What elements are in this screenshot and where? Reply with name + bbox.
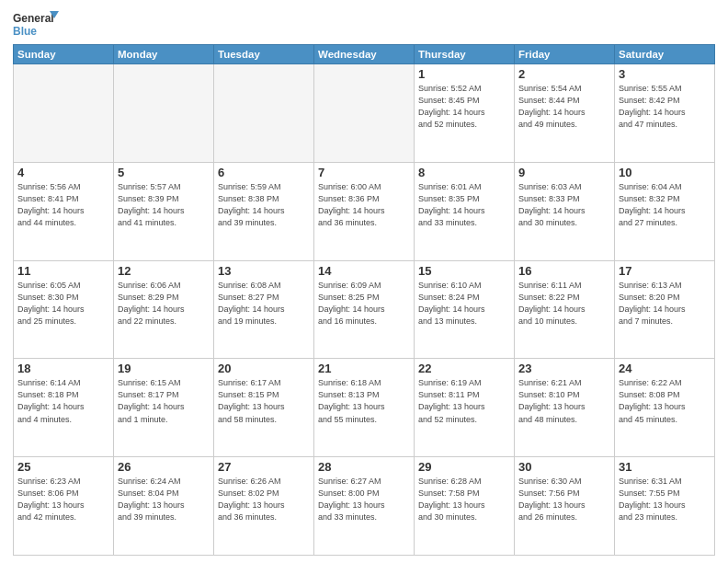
day-cell: 21Sunrise: 6:18 AM Sunset: 8:13 PM Dayli… — [314, 359, 415, 457]
day-number: 15 — [418, 264, 510, 278]
day-number: 12 — [118, 264, 210, 278]
day-info: Sunrise: 6:05 AM Sunset: 8:30 PM Dayligh… — [17, 280, 109, 327]
day-info: Sunrise: 6:09 AM Sunset: 8:25 PM Dayligh… — [318, 280, 410, 327]
day-info: Sunrise: 6:28 AM Sunset: 7:58 PM Dayligh… — [418, 476, 510, 523]
day-number: 6 — [218, 166, 310, 179]
day-number: 3 — [619, 67, 711, 81]
day-info: Sunrise: 6:30 AM Sunset: 7:56 PM Dayligh… — [518, 476, 610, 523]
col-header-monday: Monday — [114, 45, 214, 64]
col-header-tuesday: Tuesday — [214, 45, 314, 64]
day-number: 5 — [118, 166, 210, 179]
col-header-thursday: Thursday — [415, 45, 515, 64]
header: GeneralBlue — [13, 9, 715, 39]
day-cell: 15Sunrise: 6:10 AM Sunset: 8:24 PM Dayli… — [415, 260, 515, 359]
day-info: Sunrise: 6:23 AM Sunset: 8:06 PM Dayligh… — [17, 476, 109, 523]
day-cell: 8Sunrise: 6:01 AM Sunset: 8:35 PM Daylig… — [415, 162, 515, 260]
day-number: 10 — [619, 166, 711, 179]
day-number: 28 — [318, 460, 410, 474]
day-number: 20 — [218, 362, 310, 375]
day-cell: 23Sunrise: 6:21 AM Sunset: 8:10 PM Dayli… — [515, 359, 615, 457]
col-header-wednesday: Wednesday — [314, 45, 415, 64]
day-cell: 28Sunrise: 6:27 AM Sunset: 8:00 PM Dayli… — [314, 457, 415, 556]
day-cell: 22Sunrise: 6:19 AM Sunset: 8:11 PM Dayli… — [415, 359, 515, 457]
day-number: 9 — [518, 166, 610, 179]
day-number: 18 — [17, 362, 109, 375]
day-cell: 18Sunrise: 6:14 AM Sunset: 8:18 PM Dayli… — [14, 359, 114, 457]
day-cell: 14Sunrise: 6:09 AM Sunset: 8:25 PM Dayli… — [314, 260, 415, 359]
day-number: 14 — [318, 264, 410, 278]
day-cell: 25Sunrise: 6:23 AM Sunset: 8:06 PM Dayli… — [14, 457, 114, 556]
day-info: Sunrise: 5:54 AM Sunset: 8:44 PM Dayligh… — [518, 83, 610, 131]
logo-svg: GeneralBlue — [13, 9, 61, 39]
day-info: Sunrise: 6:27 AM Sunset: 8:00 PM Dayligh… — [318, 476, 410, 523]
day-cell — [314, 64, 415, 163]
day-number: 16 — [518, 264, 610, 278]
day-info: Sunrise: 6:13 AM Sunset: 8:20 PM Dayligh… — [619, 280, 711, 327]
day-cell: 4Sunrise: 5:56 AM Sunset: 8:41 PM Daylig… — [14, 162, 114, 260]
day-number: 2 — [518, 67, 610, 81]
day-info: Sunrise: 5:56 AM Sunset: 8:41 PM Dayligh… — [17, 181, 109, 229]
day-info: Sunrise: 6:14 AM Sunset: 8:18 PM Dayligh… — [17, 377, 109, 425]
day-info: Sunrise: 5:59 AM Sunset: 8:38 PM Dayligh… — [218, 181, 310, 229]
day-number: 11 — [17, 264, 109, 278]
week-row-0: 1Sunrise: 5:52 AM Sunset: 8:45 PM Daylig… — [14, 64, 715, 163]
week-row-1: 4Sunrise: 5:56 AM Sunset: 8:41 PM Daylig… — [14, 162, 715, 260]
day-cell: 6Sunrise: 5:59 AM Sunset: 8:38 PM Daylig… — [214, 162, 314, 260]
logo: GeneralBlue — [13, 9, 61, 39]
day-cell: 11Sunrise: 6:05 AM Sunset: 8:30 PM Dayli… — [14, 260, 114, 359]
day-number: 26 — [118, 460, 210, 474]
page: GeneralBlue SundayMondayTuesdayWednesday… — [0, 0, 728, 563]
day-cell: 16Sunrise: 6:11 AM Sunset: 8:22 PM Dayli… — [515, 260, 615, 359]
calendar-table: SundayMondayTuesdayWednesdayThursdayFrid… — [13, 44, 715, 556]
day-info: Sunrise: 6:00 AM Sunset: 8:36 PM Dayligh… — [318, 181, 410, 229]
day-cell: 3Sunrise: 5:55 AM Sunset: 8:42 PM Daylig… — [615, 64, 715, 163]
day-number: 21 — [318, 362, 410, 375]
calendar-header: SundayMondayTuesdayWednesdayThursdayFrid… — [14, 45, 715, 64]
day-cell — [114, 64, 214, 163]
week-row-2: 11Sunrise: 6:05 AM Sunset: 8:30 PM Dayli… — [14, 260, 715, 359]
day-number: 31 — [619, 460, 711, 474]
day-info: Sunrise: 6:11 AM Sunset: 8:22 PM Dayligh… — [518, 280, 610, 327]
day-cell: 1Sunrise: 5:52 AM Sunset: 8:45 PM Daylig… — [415, 64, 515, 163]
day-cell: 17Sunrise: 6:13 AM Sunset: 8:20 PM Dayli… — [615, 260, 715, 359]
day-number: 29 — [418, 460, 510, 474]
day-info: Sunrise: 6:03 AM Sunset: 8:33 PM Dayligh… — [518, 181, 610, 229]
day-cell: 31Sunrise: 6:31 AM Sunset: 7:55 PM Dayli… — [615, 457, 715, 556]
day-number: 27 — [218, 460, 310, 474]
day-number: 22 — [418, 362, 510, 375]
day-info: Sunrise: 6:31 AM Sunset: 7:55 PM Dayligh… — [619, 476, 711, 523]
day-cell: 26Sunrise: 6:24 AM Sunset: 8:04 PM Dayli… — [114, 457, 214, 556]
day-cell: 20Sunrise: 6:17 AM Sunset: 8:15 PM Dayli… — [214, 359, 314, 457]
day-cell: 10Sunrise: 6:04 AM Sunset: 8:32 PM Dayli… — [615, 162, 715, 260]
day-cell: 29Sunrise: 6:28 AM Sunset: 7:58 PM Dayli… — [415, 457, 515, 556]
day-info: Sunrise: 6:17 AM Sunset: 8:15 PM Dayligh… — [218, 377, 310, 425]
day-info: Sunrise: 6:15 AM Sunset: 8:17 PM Dayligh… — [118, 377, 210, 425]
calendar-body: 1Sunrise: 5:52 AM Sunset: 8:45 PM Daylig… — [14, 64, 715, 556]
day-cell: 2Sunrise: 5:54 AM Sunset: 8:44 PM Daylig… — [515, 64, 615, 163]
day-number: 23 — [518, 362, 610, 375]
day-info: Sunrise: 6:22 AM Sunset: 8:08 PM Dayligh… — [619, 377, 711, 425]
day-number: 7 — [318, 166, 410, 179]
header-row: SundayMondayTuesdayWednesdayThursdayFrid… — [14, 45, 715, 64]
day-number: 25 — [17, 460, 109, 474]
day-number: 4 — [17, 166, 109, 179]
col-header-friday: Friday — [515, 45, 615, 64]
day-cell — [14, 64, 114, 163]
day-info: Sunrise: 6:10 AM Sunset: 8:24 PM Dayligh… — [418, 280, 510, 327]
day-cell: 13Sunrise: 6:08 AM Sunset: 8:27 PM Dayli… — [214, 260, 314, 359]
day-cell: 27Sunrise: 6:26 AM Sunset: 8:02 PM Dayli… — [214, 457, 314, 556]
day-info: Sunrise: 6:24 AM Sunset: 8:04 PM Dayligh… — [118, 476, 210, 523]
svg-text:Blue: Blue — [13, 25, 37, 38]
day-cell — [214, 64, 314, 163]
col-header-saturday: Saturday — [615, 45, 715, 64]
day-number: 8 — [418, 166, 510, 179]
day-info: Sunrise: 5:57 AM Sunset: 8:39 PM Dayligh… — [118, 181, 210, 229]
day-info: Sunrise: 6:19 AM Sunset: 8:11 PM Dayligh… — [418, 377, 510, 425]
col-header-sunday: Sunday — [14, 45, 114, 64]
day-cell: 24Sunrise: 6:22 AM Sunset: 8:08 PM Dayli… — [615, 359, 715, 457]
day-info: Sunrise: 6:04 AM Sunset: 8:32 PM Dayligh… — [619, 181, 711, 229]
day-cell: 9Sunrise: 6:03 AM Sunset: 8:33 PM Daylig… — [515, 162, 615, 260]
day-cell: 7Sunrise: 6:00 AM Sunset: 8:36 PM Daylig… — [314, 162, 415, 260]
day-cell: 12Sunrise: 6:06 AM Sunset: 8:29 PM Dayli… — [114, 260, 214, 359]
day-number: 19 — [118, 362, 210, 375]
